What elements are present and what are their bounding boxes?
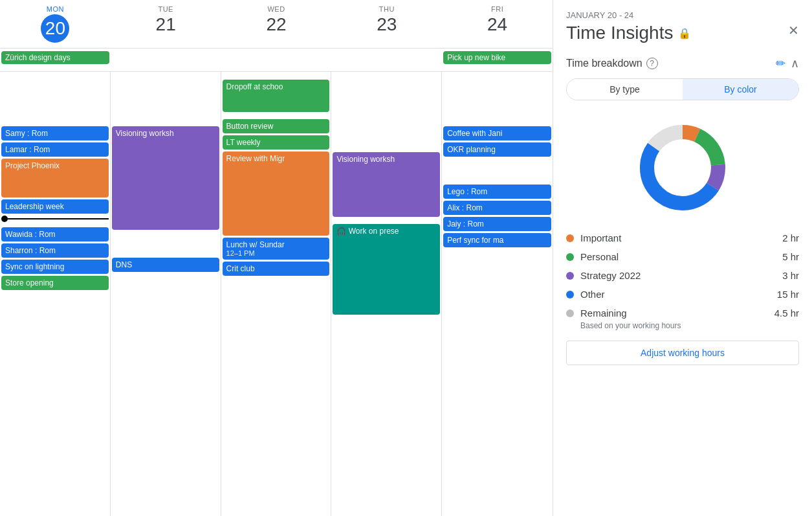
day-col-fri: Coffee with Jani OKR planning Lego : Rom… xyxy=(442,72,553,516)
day-name-fri: FRI xyxy=(444,5,550,13)
section-header: Time breakdown ? ✏ ∧ xyxy=(566,56,799,71)
event-lego-rom[interactable]: Lego : Rom xyxy=(443,185,551,199)
day-header-thu: THU 23 xyxy=(331,0,442,48)
event-lt-weekly[interactable]: LT weekly xyxy=(223,135,330,150)
event-dropoff[interactable]: Dropoff at schoo xyxy=(223,80,330,112)
legend-item-personal: Personal 5 hr xyxy=(566,251,799,262)
event-visioning-thu[interactable]: Visioning worksh xyxy=(333,152,440,217)
event-dns[interactable]: DNS xyxy=(112,258,219,272)
donut-chart-container xyxy=(566,116,799,219)
event-sharron-rom[interactable]: Sharron : Rom xyxy=(1,243,109,258)
time-dot xyxy=(1,216,8,222)
legend-value-personal: 5 hr xyxy=(782,251,799,262)
day-col-wed: Dropoff at schoo Button review LT weekly… xyxy=(221,72,332,516)
event-okr-planning[interactable]: OKR planning xyxy=(443,142,551,157)
event-lamar-rom[interactable]: Lamar : Rom xyxy=(1,142,109,157)
section-title: Time breakdown ? xyxy=(566,58,658,69)
legend: Important 2 hr Personal 5 hr Strategy 20… xyxy=(566,232,799,330)
legend-label-other: Other xyxy=(580,289,777,300)
event-lunch-sundar[interactable]: Lunch w/ Sundar 12–1 PM xyxy=(223,238,330,260)
donut-chart xyxy=(631,116,734,219)
event-crit-club[interactable]: Crit club xyxy=(223,262,330,276)
panel-header: Time Insights 🔒 ✕ xyxy=(566,23,799,43)
event-perf-sync[interactable]: Perf sync for ma xyxy=(443,233,551,247)
legend-label-remaining: Remaining xyxy=(580,308,774,319)
legend-value-strategy: 3 hr xyxy=(782,270,799,281)
event-alix-rom[interactable]: Alix : Rom xyxy=(443,201,551,215)
time-insights-panel: JANUARY 20 - 24 Time Insights 🔒 ✕ Time b… xyxy=(553,0,812,516)
legend-value-important: 2 hr xyxy=(782,232,799,243)
event-coffee-jani[interactable]: Coffee with Jani xyxy=(443,126,551,140)
event-review-migr[interactable]: Review with Migr xyxy=(223,151,330,236)
all-day-mon: Zürich design days xyxy=(0,51,111,69)
toggle-by-color[interactable]: By color xyxy=(683,79,798,100)
time-bar xyxy=(8,218,109,219)
legend-value-remaining: 4.5 hr xyxy=(774,308,799,319)
legend-dot-remaining xyxy=(566,309,574,317)
panel-title-row: Time Insights 🔒 xyxy=(566,23,691,43)
panel-date: JANUARY 20 - 24 xyxy=(566,10,799,20)
day-header-fri: FRI 24 xyxy=(442,0,553,48)
day-num-thu: 23 xyxy=(334,14,439,35)
legend-item-other: Other 15 hr xyxy=(566,289,799,300)
all-day-wed xyxy=(221,51,332,69)
day-name-wed: WED xyxy=(224,5,329,13)
legend-dot-important xyxy=(566,234,574,242)
toggle-group: By type By color xyxy=(566,78,799,100)
all-day-row: Zürich design days Pick up new bike xyxy=(0,49,553,72)
current-time-line xyxy=(1,216,109,222)
event-work-prese[interactable]: 🎧 Work on prese xyxy=(333,224,440,315)
app-container: MON 20 TUE 21 WED 22 THU 23 FRI 24 xyxy=(0,0,812,516)
day-col-mon: Samy : Rom Lamar : Rom Project Phoenix L… xyxy=(0,72,111,516)
calendar-body: Samy : Rom Lamar : Rom Project Phoenix L… xyxy=(0,72,553,516)
day-name-tue: TUE xyxy=(113,5,219,13)
close-button[interactable]: ✕ xyxy=(788,23,799,38)
legend-value-other: 15 hr xyxy=(777,289,799,300)
event-jaiy-rom[interactable]: Jaiy : Rom xyxy=(443,217,551,231)
all-day-event-bike[interactable]: Pick up new bike xyxy=(443,51,551,64)
event-sync-lightning[interactable]: Sync on lightning xyxy=(1,260,109,274)
legend-dot-personal xyxy=(566,253,574,261)
day-header-mon: MON 20 xyxy=(0,0,111,48)
legend-dot-other xyxy=(566,291,574,298)
collapse-icon[interactable]: ∧ xyxy=(791,56,799,71)
legend-item-remaining: Remaining 4.5 hr Based on your working h… xyxy=(566,308,799,330)
event-visioning-tue[interactable]: Visioning worksh xyxy=(112,126,219,230)
adjust-working-hours-button[interactable]: Adjust working hours xyxy=(566,341,799,365)
day-name-mon: MON xyxy=(3,5,108,13)
lock-icon: 🔒 xyxy=(678,27,691,39)
day-name-thu: THU xyxy=(334,5,439,13)
all-day-event-zurich[interactable]: Zürich design days xyxy=(1,51,109,64)
event-leadership-week[interactable]: Leadership week xyxy=(1,199,109,214)
day-num-tue: 21 xyxy=(113,14,219,35)
all-day-thu xyxy=(331,51,442,69)
legend-label-personal: Personal xyxy=(580,251,782,262)
day-num-wed: 22 xyxy=(224,14,329,35)
day-col-tue: Visioning worksh DNS xyxy=(111,72,221,516)
legend-item-important: Important 2 hr xyxy=(566,232,799,243)
panel-title: Time Insights xyxy=(566,23,673,43)
edit-icon[interactable]: ✏ xyxy=(776,56,785,71)
legend-sub-remaining: Based on your working hours xyxy=(580,321,799,330)
all-day-fri: Pick up new bike xyxy=(442,51,553,69)
calendar-header: MON 20 TUE 21 WED 22 THU 23 FRI 24 xyxy=(0,0,553,49)
day-num-mon: 20 xyxy=(41,14,69,43)
event-store-opening[interactable]: Store opening xyxy=(1,276,109,290)
day-header-tue: TUE 21 xyxy=(111,0,221,48)
legend-item-strategy: Strategy 2022 3 hr xyxy=(566,270,799,281)
day-header-wed: WED 22 xyxy=(221,0,332,48)
calendar: MON 20 TUE 21 WED 22 THU 23 FRI 24 xyxy=(0,0,553,516)
section-actions: ✏ ∧ xyxy=(776,56,799,71)
day-num-fri: 24 xyxy=(444,14,550,35)
toggle-by-type[interactable]: By type xyxy=(567,79,683,100)
all-day-tue xyxy=(111,51,221,69)
event-project-phoenix[interactable]: Project Phoenix xyxy=(1,159,109,197)
legend-label-important: Important xyxy=(580,232,782,243)
event-button-review[interactable]: Button review xyxy=(223,119,330,133)
legend-dot-strategy xyxy=(566,272,574,280)
help-icon[interactable]: ? xyxy=(646,58,658,69)
event-wawida-rom[interactable]: Wawida : Rom xyxy=(1,227,109,241)
legend-label-strategy: Strategy 2022 xyxy=(580,270,782,281)
event-samy-rom[interactable]: Samy : Rom xyxy=(1,126,109,140)
day-col-thu: Visioning worksh 🎧 Work on prese xyxy=(331,72,442,516)
